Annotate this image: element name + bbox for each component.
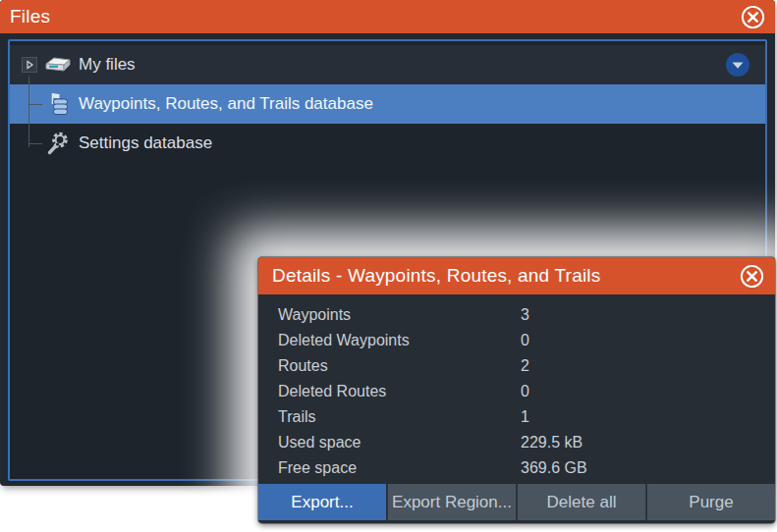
stat-row-free-space: Free space 369.6 GB [278,455,775,481]
stat-label: Waypoints [278,306,521,324]
stat-row-waypoints: Waypoints 3 [278,302,775,328]
stat-value: 229.5 kB [521,434,583,452]
stat-row-used-space: Used space 229.5 kB [278,430,775,455]
drive-icon [43,52,73,78]
stat-label: Free space [278,459,521,477]
details-button-bar: Export... Export Region... Delete all Pu… [258,484,775,520]
details-dialog-title: Details - Waypoints, Routes, and Trails [272,265,600,287]
tree-item-label: Waypoints, Routes, and Trails database [79,94,373,114]
files-window-title: Files [10,6,50,27]
close-icon[interactable] [740,4,766,30]
expand-triangle-icon[interactable] [22,57,37,73]
stat-label: Routes [278,357,521,375]
export-button[interactable]: Export... [258,484,386,520]
tree-guide-line [28,104,42,105]
stat-row-deleted-waypoints: Deleted Waypoints 0 [278,328,775,353]
details-titlebar: Details - Waypoints, Routes, and Trails [258,257,775,294]
close-icon[interactable] [739,263,765,290]
stat-label: Deleted Routes [278,383,521,400]
stat-value: 369.6 GB [521,459,587,477]
tree-item-waypoints-database[interactable]: Waypoints, Routes, and Trails database [10,84,765,124]
details-stats: Waypoints 3 Deleted Waypoints 0 Routes 2… [258,294,775,481]
tree-item-my-files[interactable]: My files [10,45,765,84]
stat-label: Used space [278,434,521,452]
settings-gear-icon [43,131,73,156]
files-titlebar: Files [0,0,775,33]
stat-row-trails: Trails 1 [278,404,775,430]
stat-value: 1 [521,408,529,426]
stat-value: 0 [521,383,529,400]
tree-guide-line [28,77,29,147]
stat-label: Deleted Waypoints [278,332,521,349]
tree-item-settings-database[interactable]: Settings database [10,124,765,163]
export-region-button[interactable]: Export Region... [386,484,516,520]
purge-button[interactable]: Purge [645,484,775,520]
stat-row-deleted-routes: Deleted Routes 0 [278,379,775,404]
tree-item-label: Settings database [79,133,212,153]
screen: Files [0,0,777,532]
tree-item-label: My files [79,55,136,75]
stat-label: Trails [278,408,521,426]
stat-value: 3 [521,306,529,324]
delete-all-button[interactable]: Delete all [516,484,645,520]
tree-guide-line [28,143,42,144]
waypoints-database-icon [43,91,73,117]
stat-row-routes: Routes 2 [278,353,775,379]
chevron-down-icon[interactable] [724,51,751,79]
stat-value: 2 [521,357,529,375]
details-dialog: Details - Waypoints, Routes, and Trails … [258,257,775,523]
stat-value: 0 [521,332,529,349]
